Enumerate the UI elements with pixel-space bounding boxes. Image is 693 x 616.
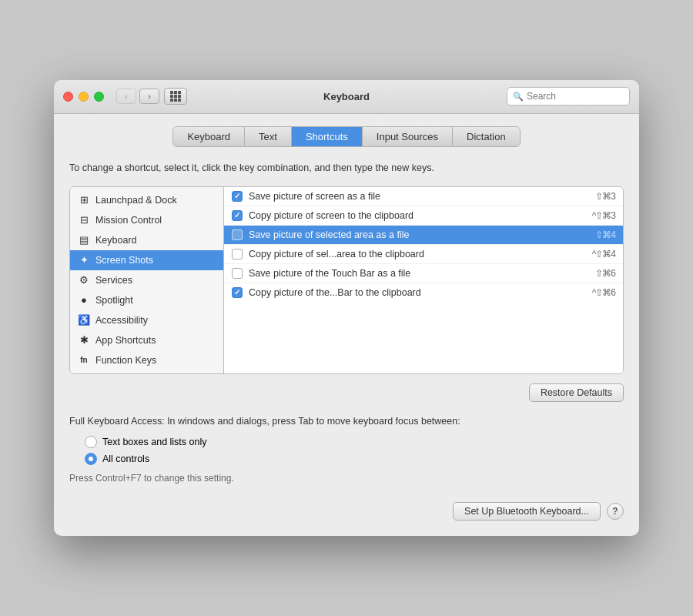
tab-text[interactable]: Text (245, 127, 292, 146)
sidebar-item-launchpad[interactable]: ⊞ Launchpad & Dock (70, 190, 223, 210)
tab-shortcuts[interactable]: Shortcuts (292, 127, 363, 146)
shortcut-name: Copy picture of sel...area to the clipbo… (249, 249, 592, 259)
window-title: Keyboard (323, 91, 370, 102)
shortcut-key: ^⇧⌘3 (592, 210, 615, 221)
shortcut-checkbox-save-area[interactable] (232, 229, 243, 240)
nav-buttons: ‹ › (116, 89, 159, 104)
sidebar-item-screenshots[interactable]: ✦ Screen Shots (70, 250, 223, 270)
tab-keyboard[interactable]: Keyboard (173, 127, 245, 146)
shortcut-row-save-area[interactable]: Save picture of selected area as a file … (224, 226, 623, 245)
restore-defaults-container: Restore Defaults (69, 383, 624, 402)
close-button[interactable] (63, 92, 73, 102)
shortcut-checkbox-copy-screen[interactable] (232, 210, 243, 221)
radio-all-controls[interactable]: All controls (85, 453, 624, 465)
sidebar-item-app-shortcuts[interactable]: ✱ App Shortcuts (70, 330, 223, 350)
shortcut-row-save-touchbar[interactable]: Save picture of the Touch Bar as a file … (224, 264, 623, 283)
bluetooth-keyboard-button[interactable]: Set Up Bluetooth Keyboard... (453, 502, 601, 521)
app-shortcuts-icon: ✱ (78, 334, 90, 346)
radio-circle-text-boxes[interactable] (85, 436, 97, 448)
shortcuts-list: Save picture of screen as a file ⇧⌘3 Cop… (224, 187, 623, 373)
hint-text: Press Control+F7 to change this setting. (69, 473, 624, 484)
sidebar-item-label: App Shortcuts (95, 335, 156, 346)
screenshots-icon: ✦ (78, 254, 90, 266)
shortcut-key: ⇧⌘4 (595, 229, 615, 240)
restore-defaults-button[interactable]: Restore Defaults (529, 383, 624, 402)
grid-button[interactable] (164, 88, 187, 105)
sidebar-item-accessibility[interactable]: ♿ Accessibility (70, 310, 223, 330)
tab-bar-container: Keyboard Text Shortcuts Input Sources Di… (69, 126, 624, 147)
sidebar-item-mission-control[interactable]: ⊟ Mission Control (70, 210, 223, 230)
shortcut-key: ⇧⌘6 (595, 268, 615, 279)
tab-dictation[interactable]: Dictation (453, 127, 520, 146)
sidebar-item-services[interactable]: ⚙ Services (70, 270, 223, 290)
shortcut-name: Copy picture of the...Bar to the clipboa… (249, 287, 592, 298)
mission-control-icon: ⊟ (78, 214, 90, 226)
spotlight-icon: ● (78, 294, 90, 306)
shortcut-name: Save picture of screen as a file (249, 191, 595, 202)
shortcut-name: Save picture of selected area as a file (249, 229, 595, 240)
keyboard-window: ‹ › Keyboard 🔍 Keyboard Text Shortcuts I… (54, 80, 639, 537)
forward-button[interactable]: › (139, 89, 159, 104)
launchpad-icon: ⊞ (78, 194, 90, 206)
minimize-button[interactable] (79, 92, 89, 102)
sidebar-item-keyboard[interactable]: ▤ Keyboard (70, 230, 223, 250)
titlebar: ‹ › Keyboard 🔍 (54, 80, 639, 114)
shortcut-row-copy-screen[interactable]: Copy picture of screen to the clipboard … (224, 206, 623, 226)
accessibility-icon: ♿ (78, 314, 90, 326)
tab-bar: Keyboard Text Shortcuts Input Sources Di… (172, 126, 520, 147)
shortcut-checkbox-copy-area[interactable] (232, 249, 243, 259)
radio-group: Text boxes and lists only All controls (85, 436, 624, 465)
function-keys-icon: fn (78, 354, 90, 367)
shortcut-checkbox-copy-touchbar[interactable] (232, 287, 243, 298)
radio-text-boxes[interactable]: Text boxes and lists only (85, 436, 624, 448)
sidebar-item-label: Launchpad & Dock (95, 195, 177, 206)
keyboard-access-label: Full Keyboard Access: In windows and dia… (69, 414, 624, 429)
help-button[interactable]: ? (607, 503, 624, 520)
tab-input-sources[interactable]: Input Sources (363, 127, 453, 146)
search-input[interactable] (527, 91, 624, 102)
services-icon: ⚙ (78, 274, 90, 286)
shortcut-checkbox-save-screen[interactable] (232, 191, 243, 202)
radio-label-all-controls: All controls (102, 454, 149, 464)
sidebar: ⊞ Launchpad & Dock ⊟ Mission Control ▤ K… (70, 187, 224, 373)
traffic-lights (63, 92, 104, 102)
main-panel: ⊞ Launchpad & Dock ⊟ Mission Control ▤ K… (69, 186, 624, 374)
grid-icon (170, 91, 181, 102)
shortcut-row-copy-area[interactable]: Copy picture of sel...area to the clipbo… (224, 245, 623, 264)
shortcut-key: ^⇧⌘4 (592, 249, 615, 259)
sidebar-item-function-keys[interactable]: fn Function Keys (70, 350, 223, 370)
shortcut-name: Copy picture of screen to the clipboard (249, 210, 592, 221)
search-icon: 🔍 (513, 92, 524, 102)
shortcut-row-save-screen[interactable]: Save picture of screen as a file ⇧⌘3 (224, 187, 623, 206)
keyboard-icon: ▤ (78, 234, 90, 246)
description-text: To change a shortcut, select it, click t… (69, 161, 624, 176)
sidebar-item-label: Mission Control (95, 215, 162, 226)
sidebar-item-label: Spotlight (95, 295, 133, 306)
sidebar-item-label: Screen Shots (95, 255, 153, 266)
sidebar-item-label: Services (95, 275, 132, 286)
shortcut-row-copy-touchbar[interactable]: Copy picture of the...Bar to the clipboa… (224, 283, 623, 302)
back-button[interactable]: ‹ (116, 89, 136, 104)
search-box[interactable]: 🔍 (507, 87, 630, 105)
keyboard-access-section: Full Keyboard Access: In windows and dia… (69, 414, 624, 484)
sidebar-item-label: Keyboard (95, 235, 137, 246)
sidebar-item-label: Accessibility (95, 315, 148, 326)
maximize-button[interactable] (94, 92, 104, 102)
shortcut-checkbox-save-touchbar[interactable] (232, 268, 243, 279)
shortcut-key: ⇧⌘3 (595, 191, 615, 202)
content-area: Keyboard Text Shortcuts Input Sources Di… (54, 114, 639, 537)
shortcut-key: ^⇧⌘6 (592, 287, 615, 298)
sidebar-item-spotlight[interactable]: ● Spotlight (70, 290, 223, 310)
radio-circle-all-controls[interactable] (85, 453, 97, 465)
bottom-bar: Set Up Bluetooth Keyboard... ? (69, 494, 624, 521)
sidebar-item-label: Function Keys (95, 355, 156, 366)
radio-label-text-boxes: Text boxes and lists only (102, 437, 207, 447)
shortcut-name: Save picture of the Touch Bar as a file (249, 268, 595, 279)
